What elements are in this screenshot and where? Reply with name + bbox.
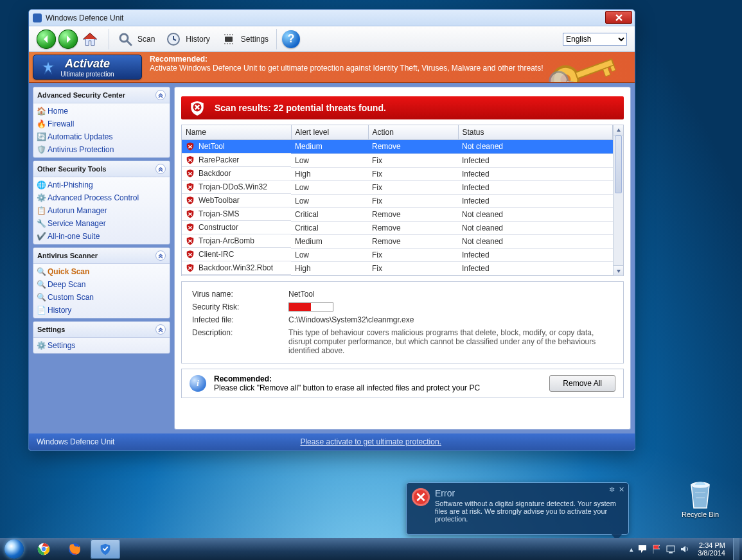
back-button[interactable] — [37, 30, 56, 49]
balloon-settings-icon[interactable]: ✲ — [609, 486, 615, 494]
info-icon: i — [190, 375, 206, 392]
table-row[interactable]: WebToolbarLowFixInfected — [182, 194, 613, 207]
item-icon: ⚙️ — [36, 340, 46, 351]
svg-point-14 — [41, 547, 46, 552]
balloon-text: Software without a digital signature det… — [435, 500, 622, 523]
tray-action-center-icon[interactable] — [637, 544, 648, 554]
window-title: Windows Defence Unit — [46, 13, 123, 22]
collapse-icon[interactable] — [155, 90, 166, 100]
col-header[interactable]: Alert level — [291, 125, 368, 140]
collapse-icon[interactable] — [155, 250, 166, 261]
language-selector[interactable]: English — [563, 33, 627, 46]
sidebar-panel: Antivirus Scanner🔍Quick Scan🔍Deep Scan🔍C… — [33, 247, 170, 319]
tray-flag-icon[interactable] — [651, 544, 662, 554]
titlebar[interactable]: Windows Defence Unit — [29, 10, 635, 26]
status-activate-link[interactable]: Please activate to get ultimate protecti… — [300, 437, 441, 446]
app-icon — [33, 13, 42, 22]
scan-results-bar: Scan results: 22 potential threats found… — [181, 96, 624, 119]
col-header[interactable]: Action — [368, 125, 458, 140]
app-window: Windows Defence Unit Scan History Settin… — [28, 9, 635, 451]
toolbar-settings[interactable]: Settings — [218, 30, 271, 49]
table-row[interactable]: Backdoor.Win32.RbotHighFixInfected — [182, 261, 613, 275]
sidebar-item[interactable]: 🔥Firewall — [33, 118, 170, 130]
table-row[interactable]: Trojan-DDoS.Win32LowFixInfected — [182, 180, 613, 194]
close-button[interactable] — [605, 11, 632, 24]
svg-rect-6 — [603, 67, 611, 76]
sidebar-item[interactable]: 🔧Service Manager — [33, 217, 170, 230]
sidebar-item[interactable]: 🛡️Antivirus Protection — [33, 143, 170, 156]
language-select[interactable]: English — [563, 33, 627, 46]
show-desktop[interactable] — [733, 538, 739, 560]
collapse-icon[interactable] — [155, 164, 166, 174]
taskbar-app-firefox[interactable] — [60, 539, 89, 559]
notification-balloon[interactable]: ✲ ✕ Error Software without a digital sig… — [406, 482, 629, 535]
panel-header[interactable]: Antivirus Scanner — [33, 248, 170, 264]
table-row[interactable]: Client-IRCLowFixInfected — [182, 248, 613, 261]
scrollbar[interactable] — [613, 125, 623, 276]
tray-chevron-up-icon[interactable]: ▴ — [630, 545, 633, 554]
remove-all-button[interactable]: Remove All — [549, 375, 615, 392]
sidebar-item[interactable]: ✔️All-in-one Suite — [33, 230, 170, 243]
scroll-up[interactable] — [614, 125, 623, 136]
toolbar-history[interactable]: History — [163, 30, 212, 49]
sidebar-panel: Advanced Security Center🏠Home🔥Firewall🔄A… — [33, 87, 170, 158]
sidebar-item[interactable]: 🔍Deep Scan — [33, 278, 170, 291]
taskbar[interactable]: ▴ 2:34 PM 3/8/2014 — [0, 538, 742, 560]
item-icon: 🔍 — [36, 292, 46, 302]
table-row[interactable]: BackdoorHighFixInfected — [182, 167, 613, 180]
item-icon: ✔️ — [36, 231, 46, 241]
sidebar-panel: Settings⚙️Settings — [33, 321, 170, 354]
sidebar-item[interactable]: 🔍Custom Scan — [33, 291, 170, 304]
balloon-close-icon[interactable]: ✕ — [619, 486, 624, 494]
table-row[interactable]: Trojan-ArcBombMediumRemoveNot cleaned — [182, 234, 613, 248]
recycle-bin[interactable]: Recycle Bin — [678, 478, 723, 518]
sidebar: Advanced Security Center🏠Home🔥Firewall🔄A… — [33, 87, 170, 433]
col-header[interactable]: Name — [182, 125, 291, 140]
table-row[interactable]: Trojan-SMSCriticalRemoveNot cleaned — [182, 207, 613, 221]
taskbar-clock[interactable]: 2:34 PM 3/8/2014 — [694, 541, 729, 557]
panel-header[interactable]: Settings — [33, 322, 170, 338]
scroll-thumb[interactable] — [615, 136, 622, 193]
sidebar-item[interactable]: 📋Autorun Manager — [33, 204, 170, 217]
tray-network-icon[interactable] — [666, 544, 676, 554]
sidebar-item[interactable]: 📄History — [33, 304, 170, 317]
panel-header[interactable]: Other Security Tools — [33, 161, 170, 177]
sidebar-item[interactable]: ⚙️Settings — [33, 339, 170, 352]
activate-button[interactable]: Activate Ultimate protection — [33, 55, 142, 80]
toolbar-scan[interactable]: Scan — [114, 30, 157, 49]
taskbar-app-chrome[interactable] — [29, 539, 58, 559]
item-icon: ⚙️ — [36, 193, 46, 203]
col-header[interactable]: Status — [458, 125, 613, 140]
svg-rect-17 — [669, 552, 673, 554]
item-icon: 🔧 — [36, 218, 46, 229]
sidebar-item[interactable]: 🌐Anti-Phishing — [33, 179, 170, 191]
close-icon — [615, 14, 623, 21]
scroll-down[interactable] — [614, 265, 623, 276]
table-row[interactable]: RarePackerLowFixInfected — [182, 153, 613, 167]
item-icon: 🌐 — [36, 180, 46, 190]
search-icon — [117, 31, 134, 48]
home-button[interactable] — [80, 30, 100, 48]
sidebar-item[interactable]: 🔍Quick Scan — [33, 265, 170, 278]
star-icon — [40, 59, 57, 78]
statusbar: Windows Defence Unit Please activate to … — [29, 433, 635, 450]
taskbar-app-defence[interactable] — [91, 539, 120, 559]
table-row[interactable]: NetToolMediumRemoveNot cleaned — [182, 140, 613, 154]
item-icon: 🔍 — [36, 267, 46, 277]
tray-volume-icon[interactable] — [680, 544, 690, 554]
collapse-icon[interactable] — [155, 324, 166, 335]
help-button[interactable]: ? — [282, 30, 300, 48]
recycle-bin-icon — [686, 478, 714, 509]
forward-button[interactable] — [58, 30, 78, 49]
item-icon: 🔍 — [36, 279, 46, 290]
panel-header[interactable]: Advanced Security Center — [33, 87, 170, 103]
svg-rect-7 — [610, 66, 615, 72]
table-row[interactable]: ConstructorCriticalRemoveNot cleaned — [182, 221, 613, 234]
system-tray[interactable]: ▴ 2:34 PM 3/8/2014 — [630, 538, 742, 560]
sidebar-item[interactable]: ⚙️Advanced Process Control — [33, 191, 170, 204]
start-button[interactable] — [0, 538, 28, 560]
results-table: NameAlert levelActionStatus NetToolMediu… — [181, 125, 624, 276]
sidebar-item[interactable]: 🏠Home — [33, 105, 170, 118]
sidebar-item[interactable]: 🔄Automatic Updates — [33, 130, 170, 143]
clock-icon — [165, 31, 182, 48]
